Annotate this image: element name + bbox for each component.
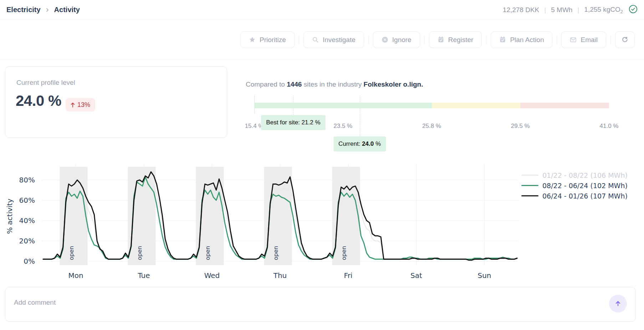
distribution-segment-medium [432, 103, 521, 108]
distribution-segment-poor [520, 103, 609, 108]
current-profile-value: 24.0 % [16, 92, 61, 109]
legend-row[interactable]: 06/24 - 01/26 (107 MWh) [521, 191, 628, 201]
y-axis-label: % activity [5, 198, 14, 234]
legend-row[interactable]: 08/22 - 06/24 (102 MWh) [521, 180, 628, 191]
y-tick-label: 20% [19, 237, 35, 245]
x-day-label: Mon [68, 271, 83, 280]
open-band-label: open [341, 246, 347, 260]
legend-label: 06/24 - 01/26 (107 MWh) [542, 192, 628, 200]
change-badge-value: 13% [77, 101, 90, 109]
current-profile-card: Current profile level 24.0 % 13% [5, 66, 227, 138]
comparison-title-prefix: Compared to [246, 81, 285, 88]
y-tick-label: 40% [19, 216, 35, 225]
weekly-activity-chart: openopenopenopenopen0%20%40%60%80%MonTue… [0, 0, 644, 330]
y-tick-label: 60% [19, 196, 35, 205]
tooltip-value: 21.2 % [302, 119, 321, 126]
tooltip-value: 24.0 [362, 140, 374, 147]
x-day-label: Fri [344, 271, 353, 280]
arrow-up-icon [614, 300, 622, 307]
x-day-label: Tue [137, 271, 150, 280]
legend-line-swatch [521, 175, 538, 176]
x-day-label: Sat [410, 271, 422, 280]
x-day-label: Wed [204, 271, 220, 280]
activity-page: Electricity Activity 12,278 DKK|5 MWh|1,… [0, 0, 644, 330]
industry-name: Folkeskoler o.lign. [364, 81, 423, 88]
legend-line-swatch [521, 185, 538, 186]
x-day-label: Thu [273, 271, 287, 280]
legend-row[interactable]: 01/22 - 08/22 (106 MWh) [521, 170, 628, 180]
tooltip-label: Best for site: [266, 119, 300, 126]
open-band-label: open [272, 246, 279, 260]
best-for-site-tooltip: Best for site: 21.2 % [261, 115, 325, 130]
comment-input[interactable] [5, 287, 635, 321]
chart-legend: 01/22 - 08/22 (106 MWh)08/22 - 06/24 (10… [521, 170, 628, 201]
change-badge: 13% [66, 98, 95, 112]
distribution-segment-good [254, 103, 432, 108]
y-tick-label: 0% [24, 257, 35, 265]
industry-distribution-bar [254, 103, 609, 108]
comparison-title-middle: sites in the industry [304, 81, 362, 88]
send-comment-button[interactable] [609, 295, 627, 313]
tooltip-label: Current: [338, 140, 360, 147]
comparison-title: Compared to 1446 sites in the industry F… [246, 81, 423, 88]
open-band-label: open [136, 246, 143, 260]
arrow-up-icon [71, 102, 75, 108]
card-title: Current profile level [16, 79, 75, 87]
site-count: 1446 [287, 81, 302, 88]
x-day-label: Sun [477, 271, 491, 280]
current-tooltip: Current: 24.0 % [333, 136, 386, 151]
y-tick-label: 80% [19, 176, 35, 184]
open-band-label: open [68, 246, 75, 260]
legend-label: 01/22 - 08/22 (106 MWh) [542, 171, 628, 179]
legend-label: 08/22 - 06/24 (102 MWh) [542, 182, 628, 190]
legend-line-swatch [521, 195, 538, 196]
open-band-label: open [204, 246, 211, 260]
tooltip-suffix: % [374, 140, 381, 147]
comment-box [5, 287, 636, 322]
